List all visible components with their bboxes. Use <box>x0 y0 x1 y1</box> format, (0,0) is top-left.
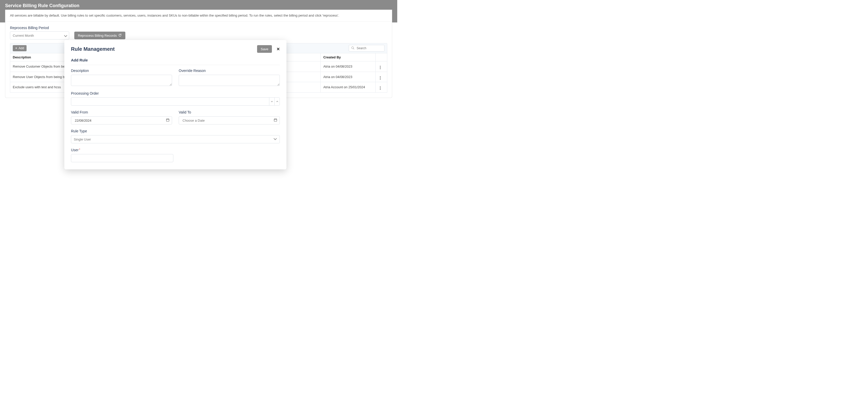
reprocess-button[interactable]: Reprocess Billing Records <box>74 32 125 39</box>
svg-line-1 <box>353 48 354 49</box>
processing-order-label: Processing Order <box>71 91 280 95</box>
description-input[interactable] <box>71 75 172 86</box>
refresh-icon <box>118 33 122 38</box>
cell-created-by: Atria on 04/08/2023 <box>321 62 375 72</box>
svg-point-0 <box>351 47 353 49</box>
processing-order-input[interactable] <box>71 97 280 98</box>
reprocess-button-label: Reprocess Billing Records <box>78 34 117 37</box>
billing-period-select[interactable]: Current Month <box>10 31 69 39</box>
close-icon[interactable]: ✕ <box>277 47 280 52</box>
row-menu-icon[interactable] <box>378 66 382 70</box>
add-button-label: Add <box>19 46 24 50</box>
cell-created-by: Atria on 04/08/2023 <box>321 72 375 82</box>
row-menu-icon[interactable] <box>378 76 382 80</box>
cell-created-by: Atria Account on 25/01/2024 <box>321 82 375 93</box>
override-reason-input[interactable] <box>179 75 280 86</box>
col-actions <box>375 53 387 62</box>
save-button-label: Save <box>261 47 268 51</box>
billing-period-value: Current Month <box>13 34 34 37</box>
search-icon <box>351 46 354 50</box>
chevron-down-icon <box>64 34 66 37</box>
modal-title: Rule Management <box>71 46 115 52</box>
save-button[interactable]: Save <box>257 45 272 53</box>
col-created-by[interactable]: Created By <box>321 53 375 62</box>
reprocess-period-label: Reprocess Billing Period <box>10 26 387 30</box>
spinner-up-icon[interactable] <box>274 98 280 98</box>
spinner-down-icon[interactable] <box>269 98 274 98</box>
rule-management-modal: Rule Management Save ✕ Add Rule Descript… <box>64 40 286 98</box>
row-menu-icon[interactable] <box>378 86 382 90</box>
info-text: All services are billable by default. Us… <box>5 10 392 22</box>
add-rule-button[interactable]: + Add <box>13 45 27 51</box>
override-reason-label: Override Reason <box>179 69 280 73</box>
plus-icon: + <box>15 46 17 50</box>
search-input-wrapper[interactable] <box>349 45 384 52</box>
description-label: Description <box>71 69 172 73</box>
modal-subhead: Add Rule <box>71 55 280 65</box>
search-input[interactable] <box>356 46 382 50</box>
page-title: Service Billing Rule Configuration <box>5 2 392 8</box>
